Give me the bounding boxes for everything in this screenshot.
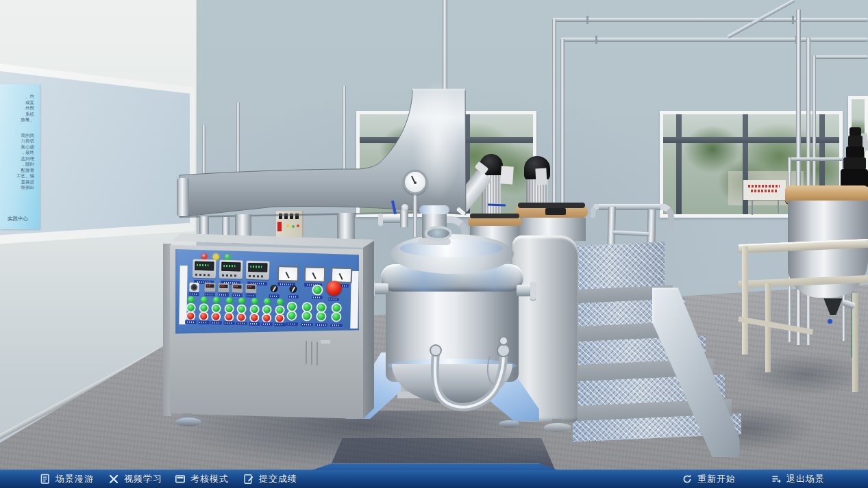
analog-gauge (277, 266, 299, 282)
panel-button-red-ring (251, 314, 258, 321)
panel-button-green (188, 296, 195, 303)
panel-label-chip (269, 294, 280, 298)
control-console (0, 0, 868, 470)
panel-label-chip (185, 320, 197, 324)
panel-label-chip (312, 295, 323, 299)
panel-button-green (238, 298, 245, 305)
panel-label-chip (248, 322, 260, 326)
console-foot-disc (499, 420, 519, 428)
panel-button-green (225, 297, 232, 304)
mini-display (218, 283, 229, 292)
console-vent (306, 341, 307, 364)
exit-icon (771, 474, 782, 485)
panel-label-chip (218, 293, 229, 297)
panel-button-red-ring (225, 313, 232, 320)
submit-icon (243, 474, 254, 485)
panel-label-chip (210, 320, 222, 324)
panel-button-green-ring (263, 307, 270, 313)
console-vent (311, 342, 312, 365)
panel-button-red-ring (238, 314, 245, 321)
panel-button-red-ring (212, 313, 219, 320)
rotary-knob (289, 285, 297, 293)
toolbar-item-scene-roam[interactable]: 场景漫游 (40, 470, 94, 488)
app-window: 、均成妥外围系统效餐、筒的间力剪切离心烧，最终达到理，随时配微量工艺、编直接进馈… (0, 0, 868, 488)
toolbar-item-label: 重新开始 (697, 473, 736, 485)
panel-label-chip (223, 321, 234, 325)
panel-button-green-ring (288, 311, 295, 319)
panel-button-green (213, 297, 220, 304)
controller-display (248, 263, 267, 272)
monitor-icon (175, 474, 186, 485)
temp-controller (219, 260, 243, 279)
console-right-side (363, 240, 374, 419)
panel-button-green-ring (225, 305, 232, 312)
panel-button-green-ring (332, 313, 340, 320)
panel-button-green (251, 298, 258, 305)
panel-label-chip (273, 322, 285, 326)
panel-button-green-ring (333, 304, 340, 311)
mini-display (245, 284, 256, 293)
panel-button-red-ring (263, 315, 270, 322)
tools-icon (108, 474, 119, 485)
panel-button-green-ring (276, 307, 283, 313)
toolbar-item-label: 提交成绩 (259, 473, 297, 485)
toolbar-item-label: 退出场景 (786, 473, 825, 485)
panel-label-chip (315, 323, 327, 327)
console-panel[interactable] (175, 248, 359, 335)
toolbar-item-exit-scene[interactable]: 退出场景 (771, 470, 825, 488)
panel-label-chip (288, 294, 299, 298)
panel-button-green-ring (238, 306, 245, 313)
analog-gauge (304, 266, 326, 283)
panel-label-chip (261, 322, 273, 326)
console-vent (317, 342, 318, 365)
panel-button-green-ring (318, 304, 325, 311)
mini-display (232, 283, 243, 292)
status-light (201, 253, 208, 259)
panel-button-red-ring (187, 313, 194, 320)
gauge-needle (285, 272, 289, 279)
console-latch (321, 340, 330, 344)
panel-button-green-ring (200, 305, 207, 311)
panel-button-green-ring (303, 312, 310, 320)
gauge-needle (312, 272, 316, 279)
panel-label-chip (204, 292, 215, 296)
temp-controller (193, 259, 216, 279)
gauge-needle (338, 273, 343, 280)
panel-label-chip (328, 297, 339, 301)
controller-keys (249, 275, 265, 278)
toolbar-item-label: 考核模式 (190, 473, 229, 485)
controller-display (195, 261, 214, 271)
toolbar-item-exam-mode[interactable]: 考核模式 (175, 470, 229, 488)
bottom-toolbar: 场景漫游视频学习考核模式提交成绩重新开始退出场景 (0, 470, 868, 488)
toolbar-item-video-learning[interactable]: 视频学习 (108, 470, 162, 488)
toolbar-item-label: 场景漫游 (55, 473, 94, 485)
rotary-knob (270, 285, 277, 292)
toolbar-item-submit-score[interactable]: 提交成绩 (243, 470, 297, 488)
status-light (225, 254, 231, 260)
panel-label-chip (330, 323, 343, 327)
panel-button-red-ring (200, 313, 207, 320)
toolbar-item-label: 视频学习 (124, 473, 162, 485)
controller-display (221, 262, 240, 272)
mini-display (204, 283, 215, 292)
toolbar-hump (312, 463, 558, 470)
toolbar-item-restart[interactable]: 重新开始 (682, 470, 736, 488)
panel-label-chip (197, 320, 209, 324)
controller-keys (195, 274, 212, 277)
panel-button-green-ring (288, 303, 296, 310)
doc-icon (40, 474, 51, 485)
panel-button-green-ring (188, 305, 195, 311)
panel-button-green-ring (212, 305, 219, 312)
console-foot-disc (175, 418, 201, 426)
panel-button-green-ring (318, 313, 325, 320)
panel-button-green-ring (303, 303, 310, 311)
scene-viewport[interactable]: 、均成妥外围系统效餐、筒的间力剪切离心烧，最终达到理，随时配微量工艺、编直接进馈… (0, 0, 868, 470)
panel-button-red-ring (276, 315, 283, 322)
selector-knob (189, 283, 199, 292)
panel-button-green (200, 296, 207, 303)
status-light (213, 253, 219, 259)
panel-label-chip (301, 322, 313, 326)
controller-keys (222, 274, 238, 277)
emergency-stop-button (326, 281, 342, 296)
panel-button-green (276, 298, 283, 305)
